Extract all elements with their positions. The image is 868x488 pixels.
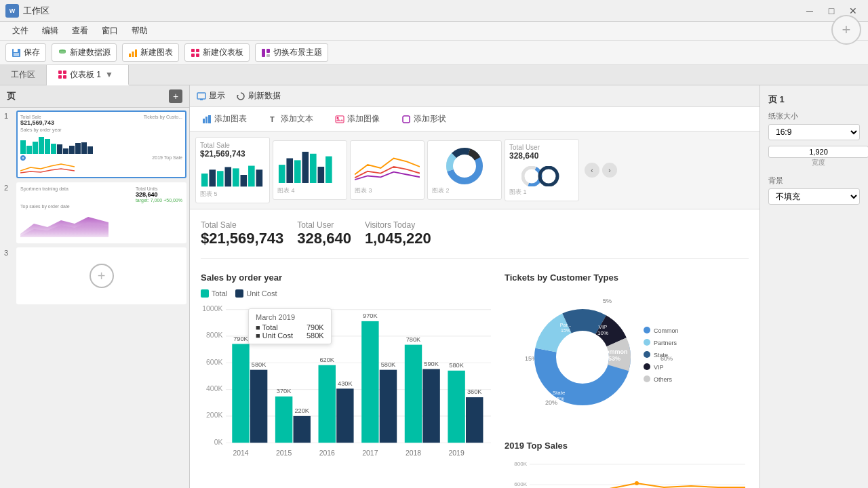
- add-chart-button[interactable]: 添加图表: [197, 110, 252, 127]
- dashboard-content: Total Sale $21,569,743 Total User 328,64…: [190, 209, 760, 488]
- switch-theme-button[interactable]: 切换布景主题: [255, 43, 328, 62]
- stat-visitors-label: Visitors Today: [365, 220, 431, 230]
- save-icon: [12, 48, 21, 58]
- top-sales-title: 2019 Top Sales: [505, 441, 749, 451]
- svg-point-121: [644, 351, 650, 358]
- tab-dropdown-arrow[interactable]: ▼: [101, 70, 117, 79]
- svg-text:800K: 800K: [514, 461, 527, 467]
- svg-rect-47: [326, 157, 332, 183]
- chart5-title: Total Sale: [200, 142, 265, 149]
- new-dashboard-button[interactable]: 新建仪表板: [184, 43, 250, 62]
- chart-thumb-3[interactable]: 图表 3: [350, 140, 425, 200]
- svg-text:790K: 790K: [233, 336, 248, 342]
- svg-point-125: [644, 375, 650, 382]
- tooltip-total-row: ■ Total 790K: [256, 323, 324, 331]
- menu-file[interactable]: 文件: [5, 24, 35, 38]
- svg-text:600K: 600K: [206, 359, 222, 366]
- refresh-icon: [236, 92, 245, 101]
- svg-rect-70: [250, 370, 267, 443]
- page-thumb-1-content: Total Sale $21,569,743 Tickets by Custo.…: [18, 112, 185, 177]
- svg-rect-73: [275, 396, 292, 443]
- tab-workspace[interactable]: 工作区: [0, 65, 47, 85]
- svg-rect-89: [448, 371, 465, 443]
- menu-view[interactable]: 查看: [65, 24, 95, 38]
- right-charts: Tickets by Customer Types 5% 60% 20% 15%: [505, 272, 749, 488]
- refresh-button[interactable]: 刷新数据: [236, 90, 281, 102]
- page-thumb-2-content: Sportmen training data Total Units 328,6…: [18, 184, 185, 242]
- svg-rect-10: [196, 49, 199, 52]
- svg-text:2014: 2014: [233, 449, 248, 457]
- paper-size-select[interactable]: 16:9 4:3 A4: [768, 124, 860, 140]
- svg-rect-33: [201, 174, 208, 186]
- stat-visitors-value: 1,045,220: [365, 230, 431, 247]
- maximize-button[interactable]: □: [822, 3, 841, 18]
- pie-chart-section: Tickets by Customer Types 5% 60% 20% 15%: [505, 272, 749, 427]
- menu-window[interactable]: 窗口: [95, 24, 125, 38]
- add-circle-button[interactable]: +: [831, 15, 861, 45]
- chart-next-button[interactable]: ›: [602, 163, 617, 178]
- add-text-button[interactable]: T 添加文本: [263, 110, 319, 127]
- tab-dashboard[interactable]: 仪表板 1 ▼: [47, 65, 129, 85]
- background-label: 背景: [768, 176, 860, 186]
- svg-text:970K: 970K: [363, 312, 378, 319]
- minimize-button[interactable]: ─: [800, 3, 819, 18]
- chart-thumb-1[interactable]: Total User 328,640 图表 1: [505, 139, 579, 201]
- action-bar: 显示 刷新数据: [190, 85, 760, 107]
- svg-rect-34: [209, 169, 216, 186]
- svg-rect-42: [286, 159, 293, 183]
- page-number-1: 1: [3, 110, 12, 178]
- stat-total-sale-value: $21,569,743: [201, 230, 283, 247]
- add-page-button[interactable]: +: [169, 89, 182, 103]
- page-thumb-1[interactable]: Total Sale $21,569,743 Tickets by Custo.…: [16, 110, 186, 178]
- svg-text:200K: 200K: [206, 411, 222, 419]
- svg-rect-86: [422, 369, 439, 443]
- svg-rect-22: [197, 93, 205, 99]
- chart-prev-button[interactable]: ‹: [585, 163, 599, 178]
- svg-rect-25: [203, 119, 205, 123]
- dashboard-tab-icon: [58, 70, 67, 79]
- add-shape-button[interactable]: 添加形状: [396, 110, 452, 127]
- svg-rect-32: [403, 116, 410, 123]
- svg-text:2015: 2015: [276, 449, 292, 457]
- chart-thumb-4[interactable]: 图表 4: [273, 140, 347, 200]
- svg-rect-44: [302, 152, 309, 183]
- width-input[interactable]: [768, 146, 868, 158]
- svg-rect-82: [380, 370, 397, 443]
- svg-point-5: [59, 51, 66, 54]
- charts-container: Sales by order year Total Unit Cost: [201, 272, 749, 488]
- menu-edit[interactable]: 编辑: [35, 24, 65, 38]
- chart-thumb-2[interactable]: 图表 2: [427, 140, 502, 200]
- svg-point-123: [644, 363, 650, 370]
- svg-text:0K: 0K: [214, 439, 223, 446]
- app-icon: W: [5, 4, 19, 18]
- save-button[interactable]: 保存: [5, 43, 46, 62]
- app-title: 工作区: [23, 5, 800, 17]
- add-image-button[interactable]: 添加图像: [330, 110, 385, 127]
- svg-text:430K: 430K: [338, 380, 353, 387]
- chart-thumb-5[interactable]: Total Sale $21,569,743 图表 5: [195, 137, 270, 203]
- svg-rect-11: [191, 54, 195, 57]
- svg-text:370K: 370K: [277, 388, 292, 394]
- paper-size-label: 纸张大小: [768, 111, 860, 121]
- svg-rect-7: [132, 52, 134, 57]
- page-thumb-2[interactable]: Sportmen training data Total Units 328,6…: [16, 182, 186, 243]
- chart5-label: 图表 5: [200, 190, 265, 199]
- svg-text:State: State: [553, 390, 566, 396]
- add-tools-bar: 添加图表 T 添加文本 添加图像 添加形状: [190, 107, 760, 131]
- svg-rect-69: [232, 344, 249, 443]
- display-button[interactable]: 显示: [197, 90, 225, 102]
- page-thumb-3[interactable]: +: [16, 247, 186, 304]
- svg-rect-36: [224, 167, 231, 186]
- background-select[interactable]: 不填充 纯色 渐变: [768, 188, 860, 205]
- svg-text:2016: 2016: [319, 449, 335, 457]
- svg-point-119: [644, 339, 650, 346]
- svg-text:620K: 620K: [319, 357, 334, 363]
- new-chart-button[interactable]: 新建图表: [122, 43, 179, 62]
- new-datasource-button[interactable]: 新建数据源: [52, 43, 117, 62]
- menu-help[interactable]: 帮助: [125, 24, 155, 38]
- svg-rect-85: [405, 345, 422, 443]
- svg-text:800K: 800K: [206, 331, 222, 339]
- stat-total-user-label: Total User: [297, 220, 351, 230]
- width-label: 宽度: [768, 158, 868, 167]
- svg-rect-13: [262, 49, 265, 57]
